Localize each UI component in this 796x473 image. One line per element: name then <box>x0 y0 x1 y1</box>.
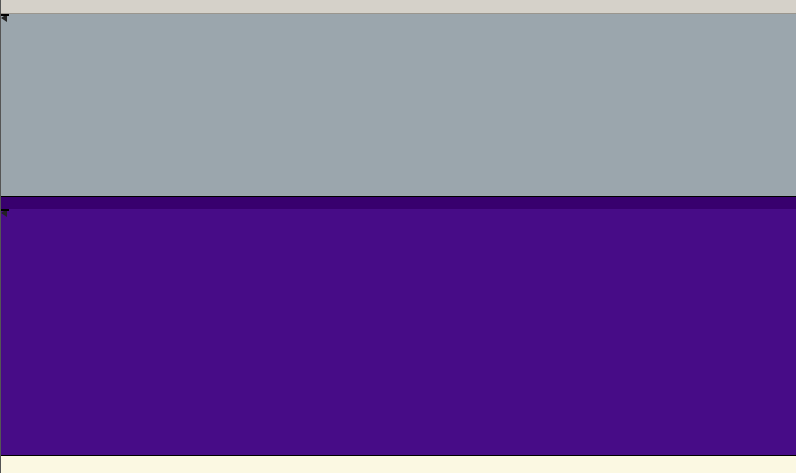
rsi-value-box <box>1 209 9 211</box>
rsi-panel[interactable] <box>1 209 796 455</box>
rsi-chart[interactable] <box>1 209 796 455</box>
candlestick-chart[interactable] <box>1 14 796 196</box>
title-bar[interactable] <box>1 0 796 14</box>
visual-chart-window <box>0 0 796 473</box>
price-chart-panel[interactable] <box>1 14 796 196</box>
time-axis[interactable] <box>1 455 796 473</box>
rsi-panel-header[interactable] <box>1 196 796 209</box>
last-price-box <box>1 14 9 16</box>
